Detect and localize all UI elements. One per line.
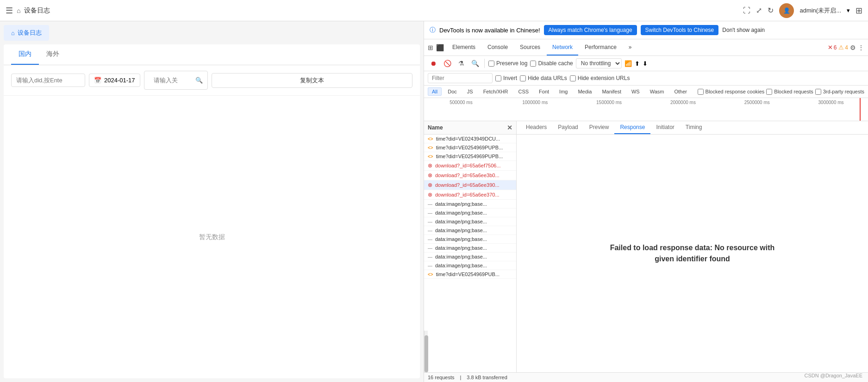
grid-icon[interactable]: ⊞ <box>856 6 862 16</box>
filter-button[interactable]: ⚗ <box>456 58 467 69</box>
js-icon-2: <> <box>428 154 433 159</box>
scrollbar-track[interactable] <box>424 331 428 372</box>
hide-ext-urls-checkbox[interactable]: Hide extension URLs <box>570 75 630 81</box>
request-item-4[interactable]: ⊗ download?_id=65a6ee3b0... <box>424 171 516 180</box>
devtools-tab-elements[interactable]: Elements <box>447 39 481 55</box>
devtools-top-icons: ✕ 6 ⚠ 4 ⚙ ⋮ <box>828 44 864 51</box>
filter-tab-css[interactable]: CSS <box>514 87 533 96</box>
disable-cache-checkbox[interactable]: Disable cache <box>530 60 573 67</box>
request-item-0[interactable]: <> time?did=VE0243949DCU... <box>424 135 516 143</box>
network-filter-input[interactable] <box>428 73 493 83</box>
request-item-15[interactable]: <> time?did=VE0254969PUB... <box>424 270 516 279</box>
response-tab-response[interactable]: Response <box>614 121 650 134</box>
throttling-select[interactable]: No throttling <box>576 58 622 68</box>
keyword-input-wrapper: 🔍 <box>144 71 208 90</box>
request-item-1[interactable]: <> time?did=VE0254969PUPB... <box>424 143 516 152</box>
request-item-10[interactable]: — data:image/png;base... <box>424 226 516 235</box>
invert-input[interactable] <box>495 75 501 81</box>
blocked-requests-checkbox[interactable]: Blocked requests <box>766 89 813 95</box>
filter-tab-font[interactable]: Font <box>535 87 553 96</box>
did-input[interactable] <box>11 74 85 87</box>
request-item-13[interactable]: — data:image/png;base... <box>424 253 516 261</box>
response-content: Failed to load response data: No resourc… <box>517 135 868 372</box>
devtools-toggle-icon[interactable]: ⬛ <box>436 44 444 51</box>
filter-tab-media[interactable]: Media <box>574 87 596 96</box>
refresh-icon[interactable]: ↻ <box>768 6 774 15</box>
download-icon[interactable]: ⬇ <box>643 60 648 67</box>
response-tab-timing[interactable]: Timing <box>680 121 708 134</box>
response-tab-preview[interactable]: Preview <box>584 121 615 134</box>
request-item-11[interactable]: — data:image/png;base... <box>424 235 516 244</box>
search-btn-icon[interactable]: 🔍 <box>195 77 203 84</box>
dont-show-button[interactable]: Don't show again <box>722 27 765 33</box>
response-tab-initiator[interactable]: Initiator <box>650 121 680 134</box>
filter-tab-all[interactable]: All <box>428 87 442 96</box>
console-tab-label: Console <box>487 44 508 50</box>
wifi-icon[interactable]: 📶 <box>624 60 632 67</box>
response-tab-headers[interactable]: Headers <box>520 121 552 134</box>
filter-tab-js[interactable]: JS <box>463 87 477 96</box>
invert-checkbox[interactable]: Invert <box>495 75 517 81</box>
request-item-14[interactable]: — data:image/png;base... <box>424 261 516 270</box>
expand-icon[interactable]: ⤢ <box>756 6 762 15</box>
devtools-panels-icon[interactable]: ⊞ <box>428 44 433 51</box>
admin-dropdown-icon[interactable]: ▾ <box>847 7 850 14</box>
disable-cache-input[interactable] <box>530 61 536 67</box>
filter-tab-doc[interactable]: Doc <box>443 87 461 96</box>
error-icon-3: ⊗ <box>428 162 432 169</box>
settings-icon[interactable]: ⚙ <box>850 44 856 51</box>
filter-row: 📅 2024-01-17 🔍 复制文本 <box>4 65 420 96</box>
keyword-input[interactable] <box>149 74 195 86</box>
clear-button[interactable]: 🚫 <box>442 58 453 69</box>
hide-ext-urls-input[interactable] <box>570 75 576 81</box>
record-button[interactable]: ⏺ <box>428 58 439 69</box>
preserve-log-input[interactable] <box>488 61 494 67</box>
request-item-6[interactable]: ⊗ download?_id=65a6ee370... <box>424 190 516 200</box>
request-item-7[interactable]: — data:image/png;base... <box>424 200 516 209</box>
preserve-log-checkbox[interactable]: Preserve log <box>488 60 527 67</box>
always-match-button[interactable]: Always match Chrome's language <box>544 25 637 35</box>
third-party-checkbox[interactable]: 3rd-party requests <box>815 89 864 95</box>
blocked-requests-input[interactable] <box>766 89 772 95</box>
request-item-2[interactable]: <> time?did=VE0254969PUPB... <box>424 152 516 161</box>
blocked-cookies-label: Blocked response cookies <box>706 89 765 94</box>
response-tab-payload[interactable]: Payload <box>552 121 583 134</box>
blocked-cookies-checkbox[interactable]: Blocked response cookies <box>698 89 765 95</box>
search-button[interactable]: 🔍 <box>469 58 481 69</box>
name-column-close[interactable]: ✕ <box>507 124 512 131</box>
switch-devtools-button[interactable]: Switch DevTools to Chinese <box>641 25 719 35</box>
tab-overseas[interactable]: 海外 <box>39 44 67 65</box>
calendar-icon: 📅 <box>94 77 101 84</box>
devtools-tab-more[interactable]: » <box>623 39 637 55</box>
hide-data-urls-checkbox[interactable]: Hide data URLs <box>520 75 567 81</box>
tab-domestic[interactable]: 国内 <box>11 44 39 65</box>
fullscreen-icon[interactable]: ⛶ <box>743 6 750 15</box>
third-party-input[interactable] <box>815 89 821 95</box>
request-item-5[interactable]: ⊗ download?_id=65a6ee390... <box>424 180 516 190</box>
upload-icon[interactable]: ⬆ <box>635 60 640 67</box>
menu-icon[interactable]: ☰ <box>6 6 13 16</box>
timeline-label-5: 2500000 ms <box>720 100 794 105</box>
devtools-tab-network[interactable]: Network <box>547 39 578 55</box>
copy-button[interactable]: 复制文本 <box>212 73 413 88</box>
filter-tab-img[interactable]: Img <box>555 87 572 96</box>
request-item-3[interactable]: ⊗ download?_id=65a6ef7506... <box>424 161 516 171</box>
devtools-tab-sources[interactable]: Sources <box>514 39 546 55</box>
filter-tab-manifest[interactable]: Manifest <box>598 87 625 96</box>
devtools-tab-console[interactable]: Console <box>482 39 513 55</box>
filter-tab-wasm[interactable]: Wasm <box>646 87 668 96</box>
request-item-12[interactable]: — data:image/png;base... <box>424 244 516 253</box>
devtools-menu-icon[interactable]: ⋮ <box>858 44 864 51</box>
request-item-9[interactable]: — data:image/png;base... <box>424 217 516 226</box>
sidebar-tab[interactable]: ⌂ 设备日志 <box>4 25 49 41</box>
filter-tab-other[interactable]: Other <box>670 87 691 96</box>
response-error-message: Failed to load response data: No resourc… <box>610 242 775 265</box>
request-item-8[interactable]: — data:image/png;base... <box>424 209 516 217</box>
hide-data-urls-input[interactable] <box>520 75 526 81</box>
devtools-tab-performance[interactable]: Performance <box>579 39 622 55</box>
scrollbar-thumb[interactable] <box>425 335 428 372</box>
blocked-cookies-input[interactable] <box>698 89 704 95</box>
filter-tab-ws[interactable]: WS <box>627 87 644 96</box>
date-picker[interactable]: 📅 2024-01-17 <box>89 74 140 87</box>
filter-tab-fetch[interactable]: Fetch/XHR <box>479 87 512 96</box>
